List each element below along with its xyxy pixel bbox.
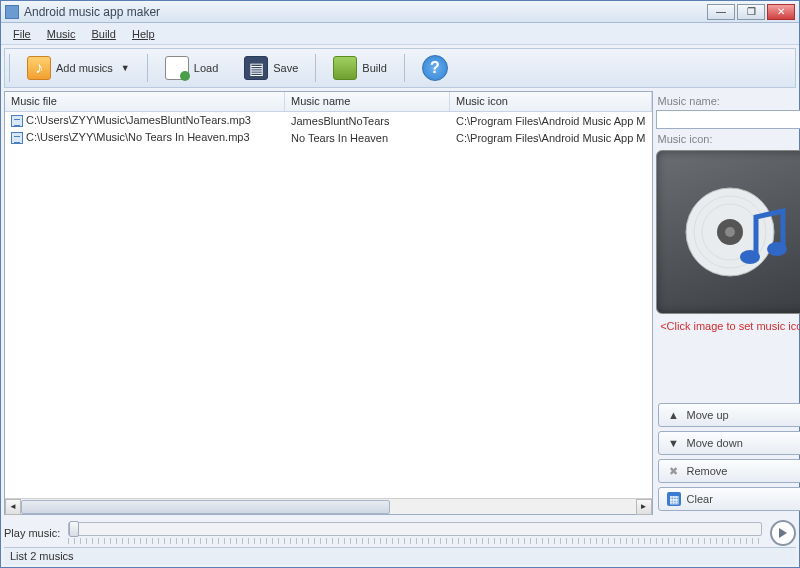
cell-icon: C:\Program Files\Android Music App M — [450, 114, 652, 128]
cell-icon: C:\Program Files\Android Music App M — [450, 131, 652, 145]
play-button[interactable] — [770, 520, 796, 546]
move-down-button[interactable]: ▼Move down — [658, 431, 800, 455]
build-label: Build — [362, 62, 386, 74]
toolbar-separator — [315, 54, 316, 82]
col-header-file[interactable]: Music file — [5, 92, 285, 111]
spacer — [656, 332, 800, 399]
add-musics-button[interactable]: ♪ Add musics ▼ — [18, 52, 139, 84]
menu-help[interactable]: Help — [124, 25, 163, 43]
move-up-button[interactable]: ▲Move up — [658, 403, 800, 427]
app-window: Android music app maker — ❐ ✕ File Music… — [0, 0, 800, 568]
music-icon-label: Music icon: — [658, 133, 800, 145]
dropdown-arrow-icon: ▼ — [121, 63, 130, 73]
svg-point-6 — [767, 242, 787, 256]
music-note-icon: ♪ — [27, 56, 51, 80]
trash-icon: ▦ — [667, 492, 681, 506]
music-list-panel: Music file Music name Music icon C:\User… — [4, 91, 653, 515]
audio-file-icon — [11, 115, 23, 127]
cd-music-icon — [678, 177, 798, 287]
cell-name: No Tears In Heaven — [285, 131, 450, 145]
minimize-button[interactable]: — — [707, 4, 735, 20]
menu-file[interactable]: File — [5, 25, 39, 43]
save-button[interactable]: ▤ Save — [235, 52, 307, 84]
table-body: C:\Users\ZYY\Music\JamesBluntNoTears.mp3… — [5, 112, 652, 498]
maximize-button[interactable]: ❐ — [737, 4, 765, 20]
app-icon — [5, 5, 19, 19]
cell-file: C:\Users\ZYY\Music\JamesBluntNoTears.mp3 — [26, 114, 251, 126]
music-name-label: Music name: — [658, 95, 800, 107]
toolbar-separator — [9, 54, 10, 82]
help-icon: ? — [422, 55, 448, 81]
click-image-hint: <Click image to set music icon> — [656, 320, 800, 332]
properties-panel: Music name: Music icon: <Click image to … — [656, 91, 800, 515]
floppy-disk-icon: ▤ — [244, 56, 268, 80]
seek-slider[interactable] — [68, 522, 762, 536]
cell-file: C:\Users\ZYY\Music\No Tears In Heaven.mp… — [26, 131, 250, 143]
menu-build[interactable]: Build — [83, 25, 123, 43]
menu-music[interactable]: Music — [39, 25, 84, 43]
col-header-icon[interactable]: Music icon — [450, 92, 652, 111]
menu-bar: File Music Build Help — [1, 23, 799, 45]
android-build-icon — [333, 56, 357, 80]
help-button[interactable]: ? — [413, 52, 457, 84]
seek-thumb[interactable] — [69, 521, 79, 537]
clear-button[interactable]: ▦Clear — [658, 487, 800, 511]
table-row[interactable]: C:\Users\ZYY\Music\No Tears In Heaven.mp… — [5, 129, 652, 146]
col-header-name[interactable]: Music name — [285, 92, 450, 111]
scroll-track[interactable] — [21, 499, 636, 515]
play-music-label: Play music: — [4, 527, 60, 539]
load-button[interactable]: Load — [156, 52, 227, 84]
svg-point-5 — [740, 250, 760, 264]
close-button[interactable]: ✕ — [767, 4, 795, 20]
toolbar: ♪ Add musics ▼ Load ▤ Save Build ? — [4, 48, 796, 88]
load-label: Load — [194, 62, 218, 74]
play-icon — [778, 528, 788, 538]
build-button[interactable]: Build — [324, 52, 395, 84]
title-bar: Android music app maker — ❐ ✕ — [1, 1, 799, 23]
table-row[interactable]: C:\Users\ZYY\Music\JamesBluntNoTears.mp3… — [5, 112, 652, 129]
toolbar-separator — [147, 54, 148, 82]
cell-name: JamesBluntNoTears — [285, 114, 450, 128]
save-label: Save — [273, 62, 298, 74]
arrow-down-icon: ▼ — [667, 436, 681, 450]
main-content: Music file Music name Music icon C:\User… — [4, 91, 796, 515]
toolbar-separator — [404, 54, 405, 82]
music-icon-preview[interactable] — [656, 150, 800, 314]
music-name-input[interactable] — [656, 110, 800, 129]
load-icon — [165, 56, 189, 80]
side-buttons: ▲Move up ▼Move down ✖Remove ▦Clear — [656, 399, 800, 515]
window-controls: — ❐ ✕ — [707, 4, 795, 20]
arrow-up-icon: ▲ — [667, 408, 681, 422]
scroll-right-button[interactable]: ► — [636, 499, 652, 515]
scroll-thumb[interactable] — [21, 500, 390, 514]
horizontal-scrollbar: ◄ ► — [5, 498, 652, 514]
seek-ticks — [68, 538, 762, 544]
add-musics-label: Add musics — [56, 62, 113, 74]
remove-button[interactable]: ✖Remove — [658, 459, 800, 483]
remove-icon: ✖ — [667, 464, 681, 478]
svg-point-4 — [725, 227, 735, 237]
status-text: List 2 musics — [10, 550, 74, 562]
table-header: Music file Music name Music icon — [5, 92, 652, 112]
scroll-left-button[interactable]: ◄ — [5, 499, 21, 515]
audio-file-icon — [11, 132, 23, 144]
status-bar: List 2 musics — [4, 547, 796, 565]
window-title: Android music app maker — [24, 5, 707, 19]
player-bar: Play music: — [4, 519, 796, 547]
